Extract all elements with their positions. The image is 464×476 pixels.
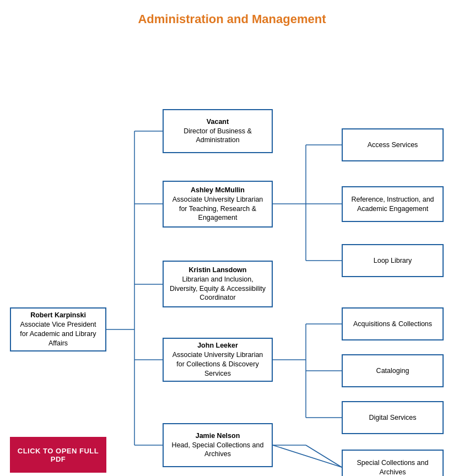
kristin-role: Librarian and Inclusion, Diversity, Equi… (168, 275, 267, 303)
box-cat: Cataloging (342, 354, 444, 387)
digital-label: Digital Services (369, 413, 416, 423)
root-role: Associate Vice President for Academic an… (15, 320, 101, 348)
page-title: Administration and Management (0, 0, 464, 32)
box-vacant: Vacant Director of Business & Administra… (163, 109, 273, 153)
jamie-role: Head, Special Collections and Archives (168, 441, 267, 459)
access-label: Access Services (368, 140, 418, 150)
box-access: Access Services (342, 128, 444, 161)
svg-line-19 (306, 445, 342, 467)
ashley-role: Associate University Librarian for Teach… (168, 195, 267, 223)
box-kristin: Kristin Lansdown Librarian and Inclusion… (163, 261, 273, 307)
org-chart: Robert Karpinski Associate Vice Presiden… (0, 37, 464, 476)
vacant-name: Vacant (207, 117, 229, 127)
box-acq: Acquisitions & Collections (342, 307, 444, 340)
box-jamie: Jamie Nelson Head, Special Collections a… (163, 423, 273, 467)
box-ref: Reference, Instruction, and Academic Eng… (342, 186, 444, 222)
svg-line-17 (273, 445, 342, 467)
john-role: Associate University Librarian for Colle… (168, 350, 267, 378)
box-root: Robert Karpinski Associate Vice Presiden… (10, 307, 106, 351)
box-digital: Digital Services (342, 401, 444, 434)
acq-label: Acquisitions & Collections (353, 320, 432, 329)
kristin-name: Kristin Lansdown (189, 266, 247, 275)
ashley-name: Ashley McMullin (191, 186, 245, 195)
loop-label: Loop Library (374, 256, 412, 266)
box-ashley: Ashley McMullin Associate University Lib… (163, 181, 273, 228)
pdf-button[interactable]: CLICK TO OPEN FULL PDF (10, 437, 106, 473)
box-special: Special Collections and Archives (342, 450, 444, 476)
john-name: John Leeker (197, 341, 238, 350)
jamie-name: Jamie Nelson (196, 431, 240, 441)
special-label: Special Collections and Archives (347, 458, 438, 476)
cat-label: Cataloging (376, 366, 409, 376)
box-loop: Loop Library (342, 244, 444, 277)
vacant-role: Director of Business & Administration (168, 127, 267, 145)
root-name: Robert Karpinski (30, 311, 86, 320)
box-john: John Leeker Associate University Librari… (163, 338, 273, 382)
ref-label: Reference, Instruction, and Academic Eng… (347, 195, 438, 214)
